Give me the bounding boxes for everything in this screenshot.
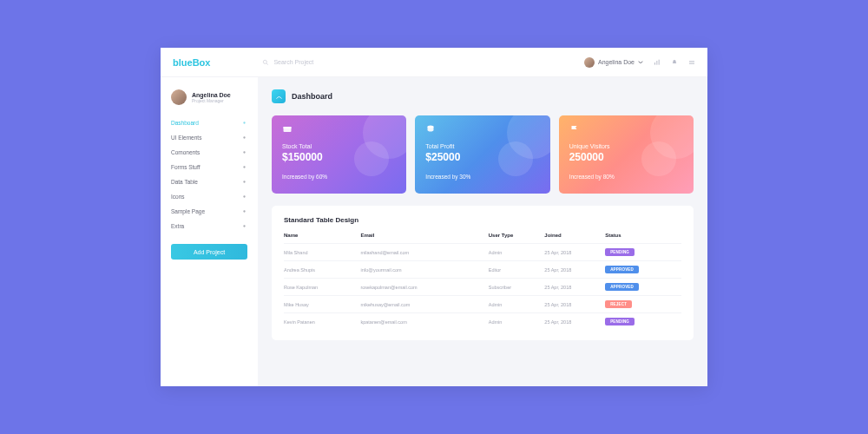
sidebar-item-label: Comonents bbox=[171, 149, 200, 155]
sidebar-item-ui-elements[interactable]: UI Elements bbox=[171, 130, 247, 145]
status-badge: APPROVED bbox=[605, 266, 639, 273]
data-table: NameEmailUser TypeJoinedStatus Mila Shan… bbox=[284, 233, 681, 330]
page-header: Dashboard bbox=[272, 89, 694, 103]
card-total-profit[interactable]: Total Profit $25000 Increased by 30% bbox=[415, 115, 549, 194]
sidebar-item-label: UI Elements bbox=[171, 135, 201, 141]
profile-name: Angelina Doe bbox=[192, 92, 231, 98]
status-badge: APPROVED bbox=[605, 283, 639, 291]
sidebar-item-forms-stuff[interactable]: Forms Stuff bbox=[171, 160, 247, 174]
svg-point-8 bbox=[243, 122, 245, 123]
sidebar-item-dashboard[interactable]: Dashboard bbox=[171, 115, 247, 130]
search-icon bbox=[262, 59, 269, 66]
cell-email: kpatanen@email.com bbox=[360, 313, 488, 331]
topbar: blueBox Search Project Angelina Doe bbox=[161, 48, 707, 77]
card-unique-visitors[interactable]: Unique Visitors 250000 Increased by 80% bbox=[559, 115, 694, 194]
table-row[interactable]: Mike Husaymikehusay@email.comAdmin25 Apr… bbox=[284, 296, 681, 313]
nav-item-icon bbox=[241, 164, 247, 170]
page-title: Dashboard bbox=[292, 92, 332, 101]
column-header: Name bbox=[284, 233, 360, 244]
menu-icon[interactable] bbox=[688, 59, 695, 66]
cell-type: Admin bbox=[489, 244, 545, 261]
sidebar-item-extra[interactable]: Extra bbox=[171, 219, 247, 233]
user-menu[interactable]: Angelina Doe bbox=[584, 57, 643, 68]
status-badge: REJECT bbox=[605, 300, 632, 308]
sidebar-item-data-table[interactable]: Data Table bbox=[171, 174, 247, 189]
cell-joined: 25 Apr, 2018 bbox=[544, 279, 605, 296]
cell-type: Admin bbox=[489, 296, 545, 313]
cell-joined: 25 Apr, 2018 bbox=[544, 313, 605, 331]
cell-email: rosekapolman@email.com bbox=[360, 279, 488, 296]
search-input[interactable]: Search Project bbox=[262, 59, 313, 66]
app-window: blueBox Search Project Angelina Doe Ange… bbox=[161, 48, 707, 386]
cell-joined: 25 Apr, 2018 bbox=[544, 261, 605, 279]
database-icon bbox=[425, 124, 436, 135]
status-badge: PENDING bbox=[605, 318, 635, 326]
svg-rect-7 bbox=[689, 63, 694, 64]
bell-icon[interactable] bbox=[671, 59, 678, 66]
column-header: Status bbox=[605, 233, 681, 244]
avatar-icon bbox=[171, 89, 187, 105]
svg-rect-17 bbox=[284, 127, 292, 128]
svg-rect-4 bbox=[659, 59, 660, 64]
table-row[interactable]: Andrea Shupisinfo@yourmail.comEditor25 A… bbox=[284, 261, 681, 279]
table-title: Standard Table Design bbox=[284, 216, 681, 224]
cell-email: milashand@email.com bbox=[360, 244, 488, 261]
svg-point-10 bbox=[243, 151, 245, 153]
sidebar-item-label: Extra bbox=[171, 223, 184, 229]
sidebar-item-icons[interactable]: Icons bbox=[171, 189, 247, 204]
cell-status: APPROVED bbox=[605, 279, 681, 296]
svg-point-13 bbox=[243, 195, 245, 197]
cell-type: Subscriber bbox=[489, 279, 545, 296]
nav-item-icon bbox=[241, 194, 247, 200]
sidebar-item-label: Dashboard bbox=[171, 120, 199, 126]
table-row[interactable]: Rose Kapolmanrosekapolman@email.comSubsc… bbox=[284, 279, 681, 296]
cell-status: APPROVED bbox=[605, 261, 681, 279]
nav-item-icon bbox=[241, 149, 247, 155]
sidebar-profile[interactable]: Angelina Doe Project Manager bbox=[171, 89, 247, 105]
cell-name: Mike Husay bbox=[284, 296, 360, 313]
svg-point-0 bbox=[264, 60, 267, 63]
dashboard-icon bbox=[272, 89, 286, 103]
cell-type: Admin bbox=[489, 313, 545, 331]
wallet-icon bbox=[282, 124, 293, 135]
cell-status: PENDING bbox=[605, 313, 681, 331]
add-project-button[interactable]: Add Project bbox=[171, 244, 247, 260]
svg-point-14 bbox=[243, 210, 245, 212]
table-panel: Standard Table Design NameEmailUser Type… bbox=[272, 206, 694, 340]
nav-item-icon bbox=[241, 179, 247, 185]
svg-point-15 bbox=[243, 225, 245, 227]
cell-status: REJECT bbox=[605, 296, 681, 313]
svg-rect-3 bbox=[656, 61, 657, 65]
cell-status: PENDING bbox=[605, 244, 681, 261]
svg-line-1 bbox=[266, 63, 268, 65]
status-badge: PENDING bbox=[605, 248, 635, 256]
sidebar-item-sample-page[interactable]: Sample Page bbox=[171, 204, 247, 219]
sidebar-item-label: Icons bbox=[171, 194, 185, 200]
table-row[interactable]: Kevin Patanenkpatanen@email.comAdmin25 A… bbox=[284, 313, 681, 331]
brand-logo[interactable]: blueBox bbox=[173, 57, 210, 68]
svg-point-12 bbox=[243, 181, 245, 182]
table-row[interactable]: Mila Shandmilashand@email.comAdmin25 Apr… bbox=[284, 244, 681, 261]
cell-name: Andrea Shupis bbox=[284, 261, 360, 279]
nav-item-icon bbox=[241, 135, 247, 141]
svg-point-9 bbox=[243, 136, 245, 138]
column-header: User Type bbox=[489, 233, 545, 244]
sidebar-item-label: Sample Page bbox=[171, 208, 205, 214]
sidebar-item-comonents[interactable]: Comonents bbox=[171, 145, 247, 160]
cell-type: Editor bbox=[489, 261, 545, 279]
cell-name: Mila Shand bbox=[284, 244, 360, 261]
column-header: Joined bbox=[544, 233, 605, 244]
chart-icon[interactable] bbox=[654, 59, 661, 66]
svg-rect-5 bbox=[689, 61, 694, 62]
cell-email: info@yourmail.com bbox=[360, 261, 488, 279]
main-content: Dashboard Stock Total $150000 Increased … bbox=[258, 77, 707, 386]
topbar-actions: Angelina Doe bbox=[584, 57, 695, 68]
svg-rect-6 bbox=[689, 62, 694, 62]
cell-name: Rose Kapolman bbox=[284, 279, 360, 296]
card-stock-total[interactable]: Stock Total $150000 Increased by 60% bbox=[272, 115, 406, 194]
cell-joined: 25 Apr, 2018 bbox=[544, 244, 605, 261]
svg-rect-2 bbox=[654, 62, 655, 65]
svg-point-11 bbox=[243, 166, 245, 168]
sidebar-item-label: Forms Stuff bbox=[171, 164, 200, 170]
chevron-down-icon bbox=[638, 61, 643, 64]
